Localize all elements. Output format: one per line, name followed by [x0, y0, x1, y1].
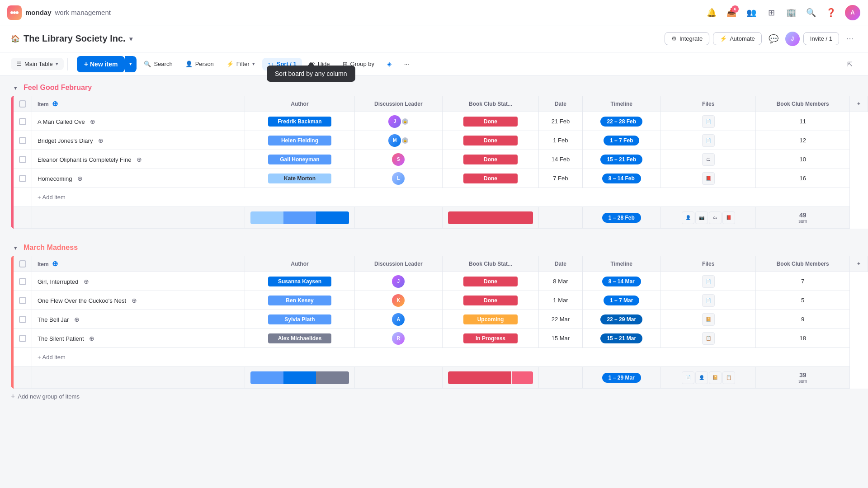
- g2row1-files[interactable]: 📄: [660, 272, 755, 291]
- row1-file-thumb[interactable]: 📄: [702, 115, 715, 128]
- brand-logo-area[interactable]: monday work management: [7, 5, 111, 20]
- col-members-g1[interactable]: Book Club Members: [756, 96, 850, 112]
- col-add-g1[interactable]: +: [850, 96, 868, 112]
- add-group-button[interactable]: + Add new group of items: [0, 389, 868, 404]
- g2row1-author[interactable]: Susanna Kaysen: [245, 272, 355, 291]
- g2row4-date[interactable]: 15 Mar: [539, 329, 582, 348]
- row3-discussion[interactable]: S: [354, 150, 442, 169]
- row4-check[interactable]: [14, 169, 32, 188]
- col-date-g1[interactable]: Date: [539, 96, 582, 112]
- workspace-title[interactable]: The Library Society Inc. ▾: [24, 33, 132, 44]
- g2row2-status[interactable]: Done: [442, 291, 538, 310]
- row4-author[interactable]: Kate Morton: [245, 169, 355, 188]
- row2-discussion[interactable]: M 🔒: [354, 131, 442, 150]
- g2row4-author[interactable]: Alex Michaelides: [245, 329, 355, 348]
- row4-file-thumb[interactable]: 📕: [702, 172, 715, 185]
- row4-add-icon[interactable]: ⊕: [77, 175, 83, 182]
- g2row4-status[interactable]: In Progress: [442, 329, 538, 348]
- help-btn[interactable]: ❓: [823, 5, 839, 21]
- g2row2-file-thumb[interactable]: 📄: [702, 294, 715, 307]
- g2row1-date[interactable]: 8 Mar: [539, 272, 582, 291]
- row4-status[interactable]: Done: [442, 169, 538, 188]
- g2row4-discussion[interactable]: R: [354, 329, 442, 348]
- g2row4-timeline[interactable]: 15 – 21 Mar: [582, 329, 660, 348]
- col-members-g2[interactable]: Book Club Members: [756, 256, 850, 272]
- group1-add-item-row[interactable]: + Add item: [14, 188, 868, 207]
- search-btn[interactable]: 🔍: [803, 5, 819, 21]
- row3-file-thumb[interactable]: 🗂: [702, 153, 715, 166]
- g2row3-file-thumb[interactable]: 📔: [702, 313, 715, 326]
- row1-author[interactable]: Fredrik Backman: [245, 112, 355, 131]
- col-author-g2[interactable]: Author: [245, 256, 355, 272]
- col-item-g2[interactable]: Item ⊕: [32, 256, 245, 272]
- col-discussion-g1[interactable]: Discussion Leader: [354, 96, 442, 112]
- workspace-avatar[interactable]: J: [785, 32, 800, 46]
- automate-button[interactable]: ⚡ Automate: [713, 32, 762, 45]
- row2-file-thumb[interactable]: 📄: [702, 134, 715, 147]
- g2row1-timeline[interactable]: 8 – 14 Mar: [582, 272, 660, 291]
- g2row1-item[interactable]: Girl, Interrupted ⊕: [32, 272, 245, 291]
- group2-chevron[interactable]: ▾: [11, 243, 20, 252]
- row3-status[interactable]: Done: [442, 150, 538, 169]
- filter-button[interactable]: ⚡ Filter ▾: [221, 58, 260, 70]
- apps-action-btn[interactable]: ◈: [382, 58, 397, 70]
- g2row1-checkbox[interactable]: [19, 278, 26, 285]
- row1-status[interactable]: Done: [442, 112, 538, 131]
- search-button[interactable]: 🔍 Search: [138, 58, 178, 70]
- chat-btn[interactable]: 💬: [765, 31, 782, 47]
- group2-add-item-row[interactable]: + Add item: [14, 348, 868, 367]
- col-discussion-g2[interactable]: Discussion Leader: [354, 256, 442, 272]
- add-col-icon-g1[interactable]: ⊕: [52, 100, 58, 108]
- invite-people-btn[interactable]: 👥: [743, 5, 760, 21]
- row2-date[interactable]: 1 Feb: [539, 131, 582, 150]
- row1-checkbox[interactable]: [19, 118, 26, 125]
- workspace-btn[interactable]: 🏢: [783, 5, 799, 21]
- g2row2-author[interactable]: Ben Kesey: [245, 291, 355, 310]
- row2-files[interactable]: 📄: [660, 131, 755, 150]
- col-author-g1[interactable]: Author: [245, 96, 355, 112]
- add-col-icon-g2[interactable]: ⊕: [52, 260, 58, 267]
- row1-files[interactable]: 📄: [660, 112, 755, 131]
- row4-timeline[interactable]: 8 – 14 Feb: [582, 169, 660, 188]
- person-button[interactable]: 👤 Person: [180, 58, 219, 70]
- group1-title[interactable]: Feel Good February: [24, 84, 92, 92]
- row3-check[interactable]: [14, 150, 32, 169]
- g2row3-date[interactable]: 22 Mar: [539, 310, 582, 329]
- row1-item[interactable]: A Man Called Ove ⊕: [32, 112, 245, 131]
- g2row4-file-thumb[interactable]: 📋: [702, 332, 715, 345]
- g2row2-date[interactable]: 1 Mar: [539, 291, 582, 310]
- new-item-dropdown-btn[interactable]: ▾: [125, 56, 137, 72]
- row2-checkbox[interactable]: [19, 137, 26, 144]
- row1-discussion[interactable]: J 🔒: [354, 112, 442, 131]
- col-item-g1[interactable]: Item ⊕: [32, 96, 245, 112]
- g2row3-discussion[interactable]: A: [354, 310, 442, 329]
- select-all-g2[interactable]: [19, 260, 26, 267]
- col-status-g2[interactable]: Book Club Stat...: [442, 256, 538, 272]
- main-table-button[interactable]: ☰ Main Table ▾: [11, 58, 64, 70]
- g2row3-files[interactable]: 📔: [660, 310, 755, 329]
- row3-item[interactable]: Eleanor Oliphant is Completely Fine ⊕: [32, 150, 245, 169]
- g2row2-checkbox[interactable]: [19, 297, 26, 304]
- g2row4-item[interactable]: The Silent Patient ⊕: [32, 329, 245, 348]
- expand-btn[interactable]: ⇱: [843, 57, 857, 71]
- apps-btn[interactable]: ⊞: [763, 5, 779, 21]
- row4-checkbox[interactable]: [19, 175, 26, 182]
- group2-title[interactable]: March Madness: [24, 244, 78, 252]
- row2-status[interactable]: Done: [442, 131, 538, 150]
- row2-timeline[interactable]: 1 – 7 Feb: [582, 131, 660, 150]
- row4-discussion[interactable]: L: [354, 169, 442, 188]
- row1-date[interactable]: 21 Feb: [539, 112, 582, 131]
- more-actions-btn[interactable]: ···: [399, 58, 415, 70]
- g2row1-check[interactable]: [14, 272, 32, 291]
- invite-button[interactable]: Invite / 1: [803, 32, 839, 45]
- new-item-button[interactable]: + New item: [77, 56, 125, 72]
- g2row1-add-icon[interactable]: ⊕: [84, 278, 89, 285]
- row4-date[interactable]: 7 Feb: [539, 169, 582, 188]
- g2row3-add-icon[interactable]: ⊕: [74, 316, 80, 323]
- g2row2-timeline[interactable]: 1 – 7 Mar: [582, 291, 660, 310]
- g2row3-author[interactable]: Sylvia Plath: [245, 310, 355, 329]
- col-files-g2[interactable]: Files: [660, 256, 755, 272]
- row3-timeline[interactable]: 15 – 21 Feb: [582, 150, 660, 169]
- col-timeline-g2[interactable]: Timeline: [582, 256, 660, 272]
- row3-author[interactable]: Gail Honeyman: [245, 150, 355, 169]
